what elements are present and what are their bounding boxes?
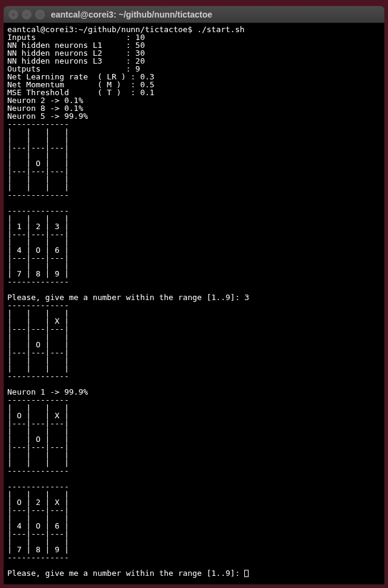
maximize-icon[interactable]: ▢ xyxy=(35,10,45,19)
board-line: ------------- xyxy=(7,372,69,381)
board-line: ------------- xyxy=(7,190,69,199)
terminal-window: ✕ – ▢ eantcal@corei3: ~/github/nunn/tict… xyxy=(4,6,384,584)
board-line: ------------- xyxy=(7,466,69,475)
window-title: eantcal@corei3: ~/github/nunn/tictactoe xyxy=(51,10,212,19)
board-line: ------------- xyxy=(7,277,69,286)
window-controls: ✕ – ▢ xyxy=(8,10,45,19)
command-text: ./start.sh xyxy=(197,25,244,34)
minimize-icon[interactable]: – xyxy=(22,10,32,19)
input-prompt: Please, give me a number within the rang… xyxy=(7,569,244,578)
close-icon[interactable]: ✕ xyxy=(8,10,18,19)
titlebar: ✕ – ▢ eantcal@corei3: ~/github/nunn/tict… xyxy=(4,6,384,23)
terminal-content[interactable]: eantcal@corei3:~/github/nunn/tictactoe$ … xyxy=(4,23,384,584)
board-line: ------------- xyxy=(7,553,69,562)
cursor xyxy=(244,570,249,577)
